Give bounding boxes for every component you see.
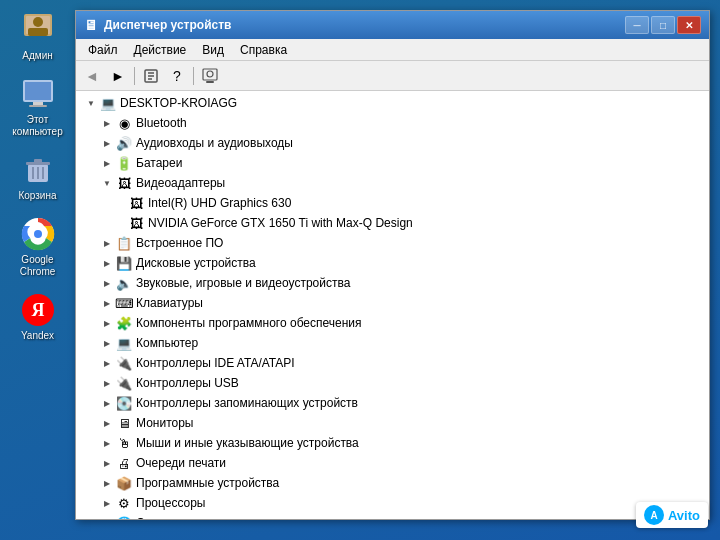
svg-rect-7 <box>29 105 47 107</box>
recycle-bin-icon <box>20 152 56 188</box>
tree-item[interactable]: ▶🖥Мониторы <box>76 413 709 433</box>
svg-rect-10 <box>34 159 42 163</box>
svg-text:A: A <box>650 510 657 521</box>
toolbar-separator-1 <box>134 67 135 85</box>
tree-item-label: Компоненты программного обеспечения <box>136 316 362 330</box>
avito-badge: A Avito <box>636 502 708 528</box>
tree-expander[interactable]: ▶ <box>100 116 114 130</box>
properties-button[interactable] <box>139 65 163 87</box>
yandex-icon: Я <box>20 292 56 328</box>
tree-expander[interactable]: ▶ <box>100 336 114 350</box>
tree-expander[interactable]: ▶ <box>100 376 114 390</box>
tree-expander[interactable]: ▶ <box>100 476 114 490</box>
tree-item[interactable]: 🖼Intel(R) UHD Graphics 630 <box>76 193 709 213</box>
tree-item-label: Клавиатуры <box>136 296 203 310</box>
tree-item[interactable]: ▶🔌Контроллеры IDE ATA/ATAPI <box>76 353 709 373</box>
tree-item[interactable]: ▶◉Bluetooth <box>76 113 709 133</box>
svg-text:Я: Я <box>31 300 44 320</box>
tree-expander[interactable]: ▼ <box>84 96 98 110</box>
tree-item-label: Видеоадаптеры <box>136 176 225 190</box>
close-button[interactable]: ✕ <box>677 16 701 34</box>
tree-expander[interactable]: ▶ <box>100 456 114 470</box>
desktop-icon-my-computer[interactable]: Этоткомпьютер <box>4 72 72 142</box>
my-computer-label: Этоткомпьютер <box>12 114 62 138</box>
tree-item[interactable]: ▶💻Компьютер <box>76 333 709 353</box>
desktop-icon-yandex[interactable]: Я Yandex <box>4 288 72 346</box>
menu-action[interactable]: Действие <box>126 41 195 59</box>
tree-item[interactable]: 🖼NVIDIA GeForce GTX 1650 Ti with Max-Q D… <box>76 213 709 233</box>
tree-item-label: Мыши и иные указывающие устройства <box>136 436 359 450</box>
avito-label: Avito <box>668 508 700 523</box>
tree-item-label: NVIDIA GeForce GTX 1650 Ti with Max-Q De… <box>148 216 413 230</box>
tree-expander[interactable]: ▶ <box>100 136 114 150</box>
tree-item-label: Контроллеры IDE ATA/ATAPI <box>136 356 295 370</box>
tree-content[interactable]: ▼💻DESKTOP-KROIAGG▶◉Bluetooth▶🔊Аудиовходы… <box>76 91 709 519</box>
tree-item[interactable]: ▶⚙Процессоры <box>76 493 709 513</box>
help-toolbar-button[interactable]: ? <box>165 65 189 87</box>
tree-expander[interactable]: ▶ <box>100 396 114 410</box>
tree-item-icon: 💽 <box>116 395 132 411</box>
tree-item-label: Контроллеры USB <box>136 376 239 390</box>
tree-item[interactable]: ▼💻DESKTOP-KROIAGG <box>76 93 709 113</box>
tree-item[interactable]: ▶🔋Батареи <box>76 153 709 173</box>
tree-item-icon: 🔌 <box>116 375 132 391</box>
tree-expander[interactable]: ▶ <box>100 356 114 370</box>
svg-rect-3 <box>28 28 48 36</box>
tree-item-icon: 💻 <box>116 335 132 351</box>
desktop-icon-admin[interactable]: Админ <box>4 8 72 66</box>
tree-item-icon: 🖥 <box>116 415 132 431</box>
tree-item[interactable]: ▶🔈Звуковые, игровые и видеоустройства <box>76 273 709 293</box>
tree-item[interactable]: ▶🖱Мыши и иные указывающие устройства <box>76 433 709 453</box>
tree-expander[interactable]: ▶ <box>100 436 114 450</box>
admin-label: Админ <box>22 50 53 62</box>
tree-item[interactable]: ▶🔊Аудиовходы и аудиовыходы <box>76 133 709 153</box>
tree-item[interactable]: ▶📦Программные устройства <box>76 473 709 493</box>
avito-logo-icon: A <box>644 505 664 525</box>
tree-expander[interactable]: ▶ <box>100 236 114 250</box>
tree-item[interactable]: ▶📋Встроенное ПО <box>76 233 709 253</box>
tree-expander[interactable]: ▶ <box>100 256 114 270</box>
tree-expander[interactable]: ▼ <box>100 176 114 190</box>
tree-expander[interactable]: ▶ <box>100 516 114 519</box>
tree-item[interactable]: ▶🖨Очереди печати <box>76 453 709 473</box>
tree-expander[interactable]: ▶ <box>100 296 114 310</box>
tree-item[interactable]: ▶🌐Сетевые адаптеры <box>76 513 709 519</box>
desktop-icon-recycle-bin[interactable]: Корзина <box>4 148 72 206</box>
tree-item[interactable]: ▶🧩Компоненты программного обеспечения <box>76 313 709 333</box>
menu-file[interactable]: Файл <box>80 41 126 59</box>
back-button[interactable]: ◄ <box>80 65 104 87</box>
tree-expander[interactable]: ▶ <box>100 316 114 330</box>
tree-expander[interactable]: ▶ <box>100 496 114 510</box>
toolbar: ◄ ► ? <box>76 61 709 91</box>
chrome-icon <box>20 216 56 252</box>
title-bar-controls: ─ □ ✕ <box>625 16 701 34</box>
minimize-button[interactable]: ─ <box>625 16 649 34</box>
menu-bar: Файл Действие Вид Справка <box>76 39 709 61</box>
tree-item[interactable]: ▼🖼Видеоадаптеры <box>76 173 709 193</box>
tree-item[interactable]: ▶💽Контроллеры запоминающих устройств <box>76 393 709 413</box>
tree-item-icon: 🔋 <box>116 155 132 171</box>
tree-item-label: Компьютер <box>136 336 198 350</box>
tree-item[interactable]: ▶💾Дисковые устройства <box>76 253 709 273</box>
tree-item-label: Сетевые адаптеры <box>136 516 242 519</box>
admin-icon <box>20 12 56 48</box>
tree-item-label: Встроенное ПО <box>136 236 223 250</box>
window-icon: 🖥 <box>84 17 98 33</box>
tree-item[interactable]: ▶🔌Контроллеры USB <box>76 373 709 393</box>
tree-item-label: Контроллеры запоминающих устройств <box>136 396 358 410</box>
tree-item-icon: 🌐 <box>116 515 132 519</box>
svg-rect-24 <box>206 81 214 83</box>
tree-expander[interactable]: ▶ <box>100 276 114 290</box>
maximize-button[interactable]: □ <box>651 16 675 34</box>
menu-view[interactable]: Вид <box>194 41 232 59</box>
tree-expander[interactable]: ▶ <box>100 416 114 430</box>
desktop: Админ Этоткомпьютер <box>0 0 720 540</box>
tree-item[interactable]: ▶⌨Клавиатуры <box>76 293 709 313</box>
desktop-icon-chrome[interactable]: GoogleChrome <box>4 212 72 282</box>
scan-button[interactable] <box>198 65 222 87</box>
menu-help[interactable]: Справка <box>232 41 295 59</box>
forward-button[interactable]: ► <box>106 65 130 87</box>
tree-expander[interactable]: ▶ <box>100 156 114 170</box>
tree-item-label: Мониторы <box>136 416 193 430</box>
tree-item-label: Батареи <box>136 156 182 170</box>
